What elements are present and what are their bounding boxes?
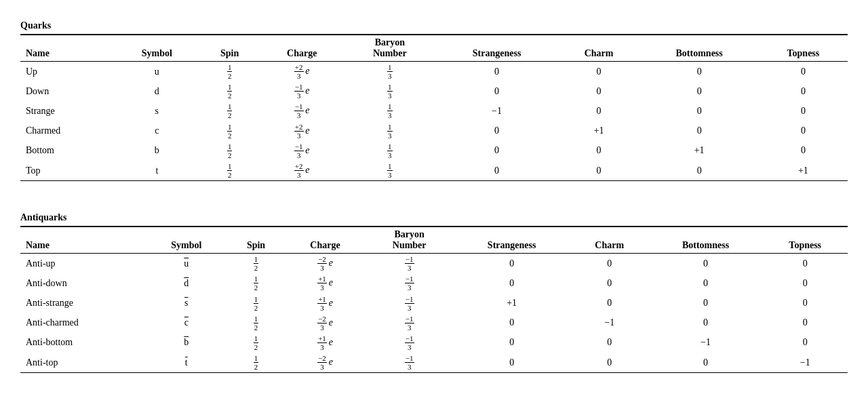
- cell-bottomness: 0: [640, 62, 759, 82]
- cell-spin: 12: [199, 121, 260, 141]
- cell-spin: 12: [199, 161, 260, 181]
- cell-charm: 0: [558, 62, 640, 82]
- cell-strangeness: 0: [436, 121, 558, 141]
- cell-name: Up: [20, 62, 114, 82]
- cell-bottomness: 0: [649, 353, 763, 373]
- cell-strangeness: 0: [453, 254, 570, 274]
- cell-name: Anti-bottom: [20, 333, 146, 353]
- col-header-charge: Charge: [260, 35, 344, 62]
- cell-charge: +13 e: [285, 333, 366, 353]
- cell-name: Down: [20, 81, 114, 101]
- cell-bottomness: 0: [649, 273, 763, 293]
- cell-charm: 0: [570, 333, 649, 353]
- table-row: Anti-stranges12+13 e−13+1000: [20, 294, 848, 313]
- antiquarks-title: Antiquarks: [20, 212, 848, 223]
- cell-symbol: s: [146, 294, 227, 313]
- col-header-spin: Spin: [227, 227, 285, 254]
- cell-bottomness: 0: [649, 313, 763, 333]
- cell-topness: 0: [762, 313, 848, 333]
- quarks-table: Name Symbol Spin Charge BaryonNumber Str…: [20, 34, 848, 181]
- cell-topness: +1: [759, 161, 848, 181]
- cell-spin: 12: [199, 101, 260, 121]
- cell-charm: 0: [558, 141, 640, 161]
- cell-charm: 0: [558, 161, 640, 181]
- cell-strangeness: 0: [453, 353, 570, 373]
- cell-spin: 12: [227, 333, 285, 353]
- cell-bottomness: +1: [640, 141, 759, 161]
- cell-symbol: b: [114, 141, 199, 161]
- quarks-header-row: Name Symbol Spin Charge BaryonNumber Str…: [20, 35, 848, 62]
- cell-strangeness: −1: [436, 101, 558, 121]
- col-header-charm: Charm: [558, 35, 640, 62]
- col-header-symbol: Symbol: [146, 227, 227, 254]
- cell-charge: +13 e: [285, 273, 366, 293]
- cell-name: Anti-top: [20, 353, 146, 373]
- table-row: Upu12+23 e130000: [20, 62, 848, 82]
- cell-charm: 0: [570, 273, 649, 293]
- cell-baryon: 13: [344, 141, 435, 161]
- col-header-baryon: BaryonNumber: [366, 227, 454, 254]
- cell-baryon: 13: [344, 121, 435, 141]
- col-header-name: Name: [20, 35, 114, 62]
- cell-baryon: −13: [366, 353, 454, 373]
- cell-topness: −1: [762, 353, 848, 373]
- cell-strangeness: 0: [436, 141, 558, 161]
- col-header-baryon: BaryonNumber: [344, 35, 435, 62]
- cell-charm: −1: [570, 313, 649, 333]
- cell-name: Charmed: [20, 121, 114, 141]
- cell-bottomness: 0: [649, 254, 763, 274]
- cell-spin: 12: [199, 62, 260, 82]
- cell-baryon: 13: [344, 101, 435, 121]
- cell-topness: 0: [759, 81, 848, 101]
- cell-charge: +13 e: [285, 294, 366, 313]
- cell-charge: −13 e: [260, 141, 344, 161]
- table-row: Downd12−13 e130000: [20, 81, 848, 101]
- cell-charge: −23 e: [285, 254, 366, 274]
- cell-strangeness: 0: [453, 313, 570, 333]
- cell-name: Bottom: [20, 141, 114, 161]
- cell-baryon: 13: [344, 81, 435, 101]
- table-row: Stranges12−13 e13−1000: [20, 101, 848, 121]
- cell-charge: −13 e: [260, 101, 344, 121]
- cell-charge: −23 e: [285, 353, 366, 373]
- table-row: Anti-upu12−23 e−130000: [20, 254, 848, 274]
- cell-symbol: u: [114, 62, 199, 82]
- antiquarks-table: Name Symbol Spin Charge BaryonNumber Str…: [20, 226, 848, 373]
- cell-symbol: b: [146, 333, 227, 353]
- cell-bottomness: 0: [649, 294, 763, 313]
- col-header-topness: Topness: [759, 35, 848, 62]
- cell-charm: 0: [570, 254, 649, 274]
- cell-topness: 0: [762, 254, 848, 274]
- cell-symbol: t: [146, 353, 227, 373]
- cell-spin: 12: [227, 254, 285, 274]
- cell-strangeness: 0: [453, 273, 570, 293]
- cell-topness: 0: [762, 294, 848, 313]
- cell-symbol: d: [146, 273, 227, 293]
- cell-charge: −13 e: [260, 81, 344, 101]
- cell-baryon: 13: [344, 62, 435, 82]
- cell-bottomness: 0: [640, 161, 759, 181]
- cell-baryon: −13: [366, 313, 454, 333]
- cell-baryon: −13: [366, 333, 454, 353]
- cell-name: Anti-down: [20, 273, 146, 293]
- cell-name: Strange: [20, 101, 114, 121]
- cell-topness: 0: [759, 121, 848, 141]
- antiquarks-section: Antiquarks Name Symbol Spin Charge Baryo…: [20, 212, 848, 373]
- cell-strangeness: 0: [436, 161, 558, 181]
- cell-symbol: s: [114, 101, 199, 121]
- cell-charm: +1: [558, 121, 640, 141]
- col-header-strangeness: Strangeness: [453, 227, 570, 254]
- antiquarks-header-row: Name Symbol Spin Charge BaryonNumber Str…: [20, 227, 848, 254]
- col-header-symbol: Symbol: [114, 35, 199, 62]
- section-separator: [20, 195, 848, 205]
- cell-bottomness: 0: [640, 121, 759, 141]
- table-row: Charmedc12+23 e130+100: [20, 121, 848, 141]
- cell-name: Anti-strange: [20, 294, 146, 313]
- cell-strangeness: 0: [436, 81, 558, 101]
- col-header-bottomness: Bottomness: [649, 227, 763, 254]
- cell-spin: 12: [199, 141, 260, 161]
- cell-strangeness: 0: [453, 333, 570, 353]
- table-row: Bottomb12−13 e1300+10: [20, 141, 848, 161]
- cell-name: Anti-charmed: [20, 313, 146, 333]
- cell-symbol: d: [114, 81, 199, 101]
